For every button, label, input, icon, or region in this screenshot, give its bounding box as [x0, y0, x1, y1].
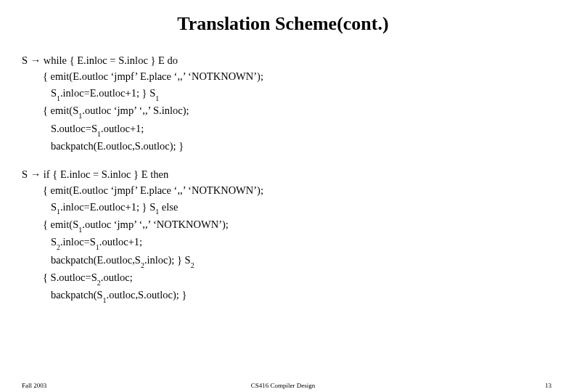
subscript: 2 — [141, 261, 144, 269]
text: if { E.inloc = S.inloc } E then — [41, 168, 168, 180]
subscript: 1 — [78, 226, 82, 234]
arrow-icon: → — [30, 168, 41, 180]
rule-line: backpatch(E.outloc,S2.inloc); } S2 — [22, 252, 544, 269]
slide-title: Translation Scheme(cont.) — [22, 13, 544, 35]
text: S — [22, 87, 57, 99]
text: .inloc=E.outloc+1; } S — [60, 87, 155, 99]
text: { emit(S — [22, 105, 78, 116]
subscript: 1 — [78, 112, 82, 120]
text: while { E.inloc = S.inloc } E do — [41, 54, 178, 66]
rule-line: S1.inloc=E.outloc+1; } S1 else — [22, 199, 544, 216]
subscript: 1 — [57, 94, 60, 102]
text: backpatch(E.outloc,S — [22, 254, 141, 266]
subscript: 1 — [155, 94, 159, 102]
text: .outloc ‘jmp’ ‘,,’ ‘NOTKNOWN’); — [82, 219, 229, 230]
text: else — [159, 201, 178, 213]
subscript: 1 — [103, 296, 107, 304]
subscript: 1 — [57, 208, 60, 216]
text: { S.outloc=S — [22, 271, 97, 283]
subscript: 2 — [57, 243, 60, 251]
footer-page-number: 13 — [545, 382, 551, 389]
text: S.outloc=S — [22, 123, 97, 134]
subscript: 2 — [191, 261, 194, 269]
text: .outloc; — [101, 271, 133, 283]
text: .outloc ‘jmp’ ‘,,’ S.inloc); — [82, 105, 189, 116]
text: .outloc,S.outloc); } — [107, 289, 187, 301]
rule-line: S → while { E.inloc = S.inloc } E do — [22, 52, 544, 68]
rule-line: S.outloc=S1.outloc+1; — [22, 121, 544, 138]
text: S — [22, 201, 57, 213]
text: backpatch(S — [22, 289, 103, 301]
rule-line: { emit(S1.outloc ‘jmp’ ‘,,’ ‘NOTKNOWN’); — [22, 216, 544, 234]
text: S — [22, 236, 57, 248]
rule-if: S → if { E.inloc = S.inloc } E then { em… — [22, 166, 544, 305]
text: .outloc+1; — [101, 123, 144, 134]
subscript: 1 — [96, 243, 99, 251]
rule-line: S2.inloc=S1.outloc+1; — [22, 234, 544, 251]
rule-line: backpatch(S1.outloc,S.outloc); } — [22, 287, 544, 304]
rule-line: { emit(E.outloc ‘jmpf’ E.place ‘,,’ ‘NOT… — [22, 68, 544, 84]
rule-line: { S.outloc=S2.outloc; — [22, 269, 544, 287]
text: S — [22, 168, 30, 180]
text: .inloc=E.outloc+1; } S — [60, 201, 155, 213]
rule-line: S → if { E.inloc = S.inloc } E then — [22, 166, 544, 182]
rule-line: { emit(S1.outloc ‘jmp’ ‘,,’ S.inloc); — [22, 102, 544, 120]
rule-line: { emit(E.outloc ‘jmpf’ E.place ‘,,’ ‘NOT… — [22, 182, 544, 198]
rule-line: S1.inloc=E.outloc+1; } S1 — [22, 85, 544, 102]
text: .inloc=S — [60, 236, 96, 248]
arrow-icon: → — [30, 54, 41, 66]
rule-line: backpatch(E.outloc,S.outloc); } — [22, 138, 544, 154]
footer-center: CS416 Compiler Design — [0, 382, 566, 389]
subscript: 1 — [155, 208, 159, 216]
slide: Translation Scheme(cont.) S → while { E.… — [0, 0, 566, 392]
text: .inloc); } S — [144, 254, 191, 266]
text: S — [22, 54, 30, 66]
text: .outloc+1; — [99, 236, 142, 248]
subscript: 2 — [97, 279, 101, 287]
subscript: 1 — [97, 130, 101, 138]
rule-while: S → while { E.inloc = S.inloc } E do { e… — [22, 52, 544, 155]
text: { emit(S — [22, 219, 78, 230]
